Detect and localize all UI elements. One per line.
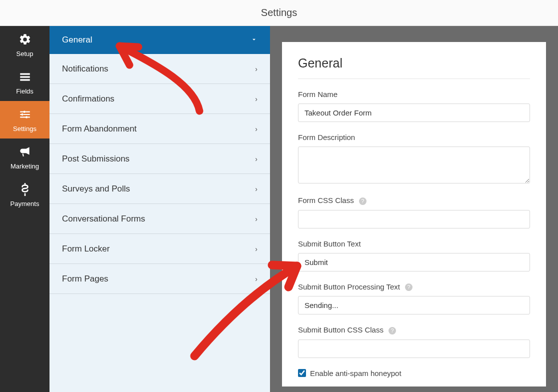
svg-rect-0 <box>20 73 30 74</box>
sidebar-item-label: Confirmations <box>62 94 114 104</box>
help-icon[interactable]: ? <box>359 198 366 205</box>
field-label: Submit Button Text <box>298 240 530 248</box>
sidebar-item-confirmations[interactable]: Confirmations › <box>50 84 270 114</box>
submit-button-processing-text-input[interactable] <box>298 296 530 314</box>
svg-point-4 <box>21 114 23 116</box>
checkbox-label: Enable anti-spam honeypot <box>310 369 402 378</box>
field-label: Submit Button CSS Class ? <box>298 326 530 334</box>
nav-item-fields[interactable]: Fields <box>0 64 50 101</box>
gear-icon <box>0 33 50 48</box>
sidebar-item-label: General <box>62 35 92 45</box>
dollar-icon <box>0 183 50 198</box>
svg-rect-2 <box>20 79 30 80</box>
sidebar-item-surveys-and-polls[interactable]: Surveys and Polls › <box>50 174 270 204</box>
sidebar-item-form-pages[interactable]: Form Pages › <box>50 264 270 294</box>
chevron-right-icon: › <box>255 275 258 283</box>
sidebar-item-label: Notifications <box>62 64 108 74</box>
field-form-description: Form Description <box>298 133 530 185</box>
chevron-right-icon: › <box>255 185 258 193</box>
field-label: Form CSS Class ? <box>298 196 530 205</box>
sidebar-item-label: Form Abandonment <box>62 124 136 134</box>
sidebar-item-label: Conversational Forms <box>62 214 145 224</box>
nav-item-payments[interactable]: Payments <box>0 176 50 214</box>
field-label: Submit Button Processing Text ? <box>298 282 530 292</box>
svg-rect-1 <box>20 76 30 78</box>
help-icon[interactable]: ? <box>405 284 412 291</box>
svg-point-5 <box>26 116 28 118</box>
sidebar-item-form-locker[interactable]: Form Locker › <box>50 234 270 264</box>
sidebar-item-label: Form Locker <box>62 244 110 254</box>
field-form-css-class: Form CSS Class ? <box>298 196 530 228</box>
panel-title: General <box>298 56 530 79</box>
sidebar-item-conversational-forms[interactable]: Conversational Forms › <box>50 204 270 234</box>
nav-item-label: Payments <box>10 200 40 208</box>
form-css-class-input[interactable] <box>298 210 530 228</box>
svg-point-3 <box>23 110 25 112</box>
chevron-right-icon: › <box>255 245 258 253</box>
field-submit-button-processing-text: Submit Button Processing Text ? <box>298 282 530 315</box>
sidebar-item-general[interactable]: General <box>50 26 270 54</box>
nav-item-settings[interactable]: Settings <box>0 101 50 138</box>
chevron-right-icon: › <box>255 125 258 133</box>
page-title: Settings <box>261 7 297 18</box>
chevron-right-icon: › <box>255 65 258 73</box>
chevron-right-icon: › <box>255 95 258 103</box>
nav-item-label: Fields <box>16 88 34 95</box>
nav-item-setup[interactable]: Setup <box>0 26 50 64</box>
submit-button-css-class-input[interactable] <box>298 340 530 358</box>
field-submit-button-css-class: Submit Button CSS Class ? <box>298 326 530 358</box>
page-header: Settings <box>0 0 558 26</box>
sidebar-item-label: Form Pages <box>62 274 108 284</box>
form-description-textarea[interactable] <box>298 146 530 184</box>
left-nav: Setup Fields Settings Marketing Payments <box>0 26 50 392</box>
nav-item-label: Marketing <box>10 162 39 170</box>
submit-button-text-input[interactable] <box>298 253 530 272</box>
settings-sidebar: General Notifications › Confirmations › … <box>50 26 270 392</box>
chevron-right-icon: › <box>255 215 258 223</box>
chevron-right-icon: › <box>255 155 258 163</box>
form-name-input[interactable] <box>298 104 530 122</box>
field-label: Form Description <box>298 133 530 142</box>
sidebar-item-notifications[interactable]: Notifications › <box>50 54 270 84</box>
sliders-icon <box>0 108 50 122</box>
field-anti-spam: Enable anti-spam honeypot <box>298 369 530 378</box>
sidebar-item-label: Post Submissions <box>62 154 130 164</box>
nav-item-label: Settings <box>13 125 36 132</box>
sidebar-item-form-abandonment[interactable]: Form Abandonment › <box>50 114 270 144</box>
general-panel: General Form Name Form Description Form … <box>282 42 546 386</box>
chevron-down-icon <box>250 36 258 44</box>
field-form-name: Form Name <box>298 90 530 122</box>
field-label: Form Name <box>298 90 530 98</box>
nav-item-label: Setup <box>16 50 34 58</box>
anti-spam-checkbox[interactable] <box>298 369 306 377</box>
list-icon <box>0 70 50 85</box>
help-icon[interactable]: ? <box>388 327 396 334</box>
settings-canvas: General Form Name Form Description Form … <box>270 26 558 392</box>
sidebar-item-post-submissions[interactable]: Post Submissions › <box>50 144 270 174</box>
bullhorn-icon <box>0 146 50 160</box>
nav-item-marketing[interactable]: Marketing <box>0 138 50 176</box>
sidebar-item-label: Surveys and Polls <box>62 184 130 194</box>
field-submit-button-text: Submit Button Text <box>298 240 530 272</box>
